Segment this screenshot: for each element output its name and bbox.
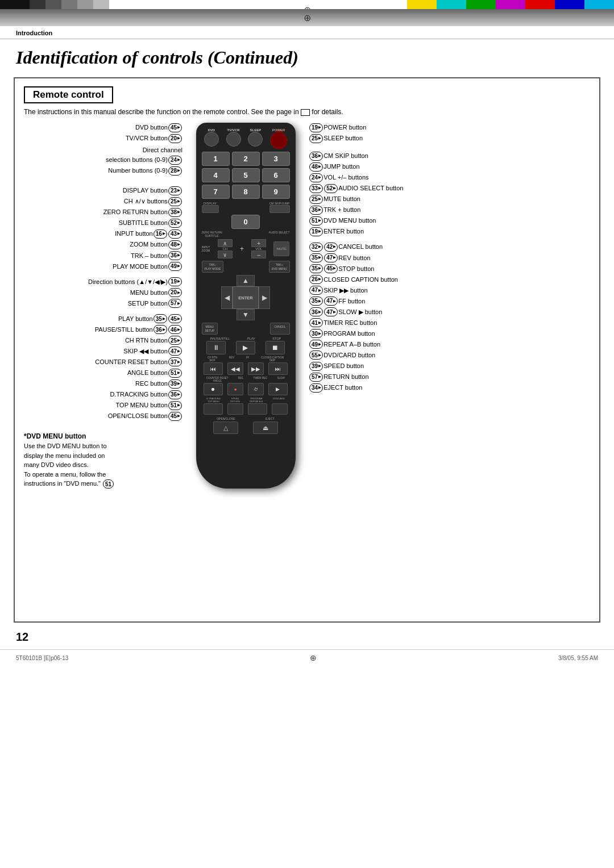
zero-audio-row: ZERO RETURNSUBTITLE AUDIO SELECT <box>202 231 290 237</box>
btn-vol-up[interactable]: + <box>251 239 266 247</box>
label-cancel-button: 32 42 CANCEL button <box>309 242 467 252</box>
btn-slow[interactable]: ▶ <box>268 383 288 395</box>
label-menu-button: MENU button 20 <box>24 288 182 298</box>
btn-6[interactable]: 6 <box>262 168 290 182</box>
label-ch-rtn: CH RTN button 25 <box>24 336 182 345</box>
color-bar-top: ⊕ <box>0 0 614 9</box>
btn-dvd[interactable] <box>204 132 219 147</box>
label-dvd-menu-button: 51 DVD MENU button <box>309 216 467 226</box>
btn-ch-up[interactable]: ∧ <box>218 239 233 247</box>
btn-dtracking-topmenu[interactable] <box>204 403 223 415</box>
btn-right[interactable]: ▶ <box>259 286 270 309</box>
btn-open-close[interactable]: △ <box>213 422 238 434</box>
btn-7[interactable]: 7 <box>202 185 230 199</box>
btn-play[interactable]: ▶ <box>236 341 255 354</box>
btn-5[interactable]: 5 <box>232 168 260 182</box>
footer-right: 3/8/05, 9:55 AM <box>558 655 598 661</box>
btn-timer-rec[interactable]: ⏱ <box>248 383 264 395</box>
btn-tvvcr[interactable] <box>226 132 241 147</box>
label-top-menu: TOP MENU button 51 <box>24 400 182 410</box>
label-trk-plus-button: 36 TRK + button <box>309 205 467 215</box>
btn-eject[interactable]: ⏏ <box>253 422 278 434</box>
header-gradient: ⊕ <box>0 9 614 26</box>
page-title: Identification of controls (Continued) <box>0 39 614 73</box>
btn-power[interactable] <box>270 132 287 149</box>
btn-ch-dn[interactable]: ∨ <box>218 251 233 258</box>
btn-rev[interactable]: ◀◀ <box>227 362 243 375</box>
btn-3[interactable]: 3 <box>262 152 290 166</box>
label-dvd-button: DVD button 45 <box>24 123 182 132</box>
btn-cm-skip[interactable] <box>269 205 290 213</box>
btn-menu-setup[interactable]: MENUSETUP <box>202 323 218 335</box>
btn-display[interactable] <box>202 205 219 213</box>
label-speed-button: 39 SPEED button <box>309 361 467 371</box>
btn-4[interactable]: 4 <box>202 168 230 182</box>
label-return-button: 57 RETURN button <box>309 372 467 382</box>
btn-cancel[interactable]: CANCEL <box>270 323 289 335</box>
transport-row1: ⏸ ▶ ⏹ <box>202 341 290 354</box>
label-setup-button: SETUP button 57 <box>24 299 182 308</box>
btn-speed-return[interactable] <box>227 403 243 415</box>
btn-cc-skip[interactable]: ⏭ <box>268 362 288 375</box>
remote-control-image: DVD TV/VCR SLEEP POWER <box>186 123 305 489</box>
label-audio-select: 33 52 AUDIO SELECT button <box>309 183 467 193</box>
label-selection-buttons: selection buttons (0-9) 24 <box>24 155 182 165</box>
btn-down[interactable]: ▼ <box>237 309 255 320</box>
btn-0[interactable]: 0 <box>231 215 260 229</box>
main-content-box: Remote control The instructions in this … <box>14 77 600 623</box>
menu-cancel-row: MENUSETUP CANCEL <box>202 323 290 335</box>
btn-program-repeat[interactable] <box>248 403 267 415</box>
page-number: 12 <box>0 627 614 647</box>
eject-row: △ ⏏ <box>206 422 285 434</box>
btn-2[interactable]: 2 <box>232 152 260 166</box>
footer-left: 5T60101B [E]p06-13 <box>16 655 68 661</box>
label-ff-button: 35 47 FF button <box>309 297 467 306</box>
btn-up[interactable]: ▲ <box>237 275 255 286</box>
label-closed-caption-button: 26 CLOSED CAPTION button <box>309 275 467 285</box>
label-direction-buttons: Direction buttons (▲/▼/◀/▶) 19 <box>24 277 182 287</box>
btn-dvd-card[interactable] <box>272 403 288 415</box>
btn-stop[interactable]: ⏹ <box>265 341 285 354</box>
dpad: ▲ ◀ ENTER ▶ ▼ <box>201 275 291 320</box>
label-dtracking: D.TRACKING button 36 <box>24 390 182 399</box>
label-program-button: 30 PROGRAM button <box>309 329 467 339</box>
label-counter-reset: COUNTER RESET button 37 <box>24 357 182 367</box>
btn-vol-dn[interactable]: – <box>251 251 266 258</box>
label-skip-fwd-button: 47 SKIP ▶▶ button <box>309 286 467 295</box>
label-rev-button: 35 47 REV button <box>309 253 467 263</box>
label-tvvcr-button: TV/VCR button 20 <box>24 133 182 143</box>
btn-counter-reset-angle[interactable]: ⏺ <box>204 383 223 395</box>
label-jump-button: 48 JUMP button <box>309 162 467 172</box>
btn-trk-plus[interactable]: TRK+DVD MENU <box>269 261 290 273</box>
btn-9[interactable]: 9 <box>262 185 290 199</box>
btn-mute[interactable]: MUTE <box>273 241 289 256</box>
btn-left[interactable]: ◀ <box>221 286 233 309</box>
trk-row: TRK–PLAY MODE TRK+DVD MENU <box>202 261 290 273</box>
description: The instructions in this manual describe… <box>24 108 590 116</box>
btn-chrtn-skip[interactable]: ⏮ <box>204 362 223 375</box>
btn-1[interactable]: 1 <box>202 152 230 166</box>
label-trk-minus: TRK – button 36 <box>24 251 182 261</box>
label-repeat-ab-button: 49 REPEAT A–B button <box>309 340 467 349</box>
label-number-buttons: Number buttons (0-9) 28 <box>24 166 182 176</box>
label-pause-still: PAUSE/STILL button 36 46 <box>24 325 182 335</box>
label-mute-button: 25 MUTE button <box>309 194 467 204</box>
crosshair-header: ⊕ <box>304 12 311 23</box>
section-label: Introduction <box>0 26 614 39</box>
label-angle-button: ANGLE button 51 <box>24 368 182 378</box>
label-play-button: PLAY button 35 45 <box>24 314 182 324</box>
remote-control-title: Remote control <box>24 86 113 103</box>
left-labels-column: DVD button 45 TV/VCR button 20 Direct ch… <box>24 123 186 489</box>
label-zoom-button: ZOOM button 48 <box>24 240 182 249</box>
number-grid: 1 2 3 4 5 6 7 8 9 <box>202 152 290 199</box>
btn-rec[interactable]: ● <box>227 383 243 395</box>
btn-pause[interactable]: ⏸ <box>206 341 226 354</box>
btn-sleep[interactable] <box>248 132 263 147</box>
label-input-button: INPUT button 16 43 <box>24 229 182 239</box>
btn-8[interactable]: 8 <box>232 185 260 199</box>
label-zero-return: ZERO RETURN button 38 <box>24 207 182 217</box>
btn-ff[interactable]: ▶▶ <box>248 362 264 375</box>
btn-enter[interactable]: ENTER <box>233 286 259 309</box>
btn-trk-minus[interactable]: TRK–PLAY MODE <box>202 261 224 273</box>
label-stop-button: 35 45 STOP button <box>309 264 467 274</box>
